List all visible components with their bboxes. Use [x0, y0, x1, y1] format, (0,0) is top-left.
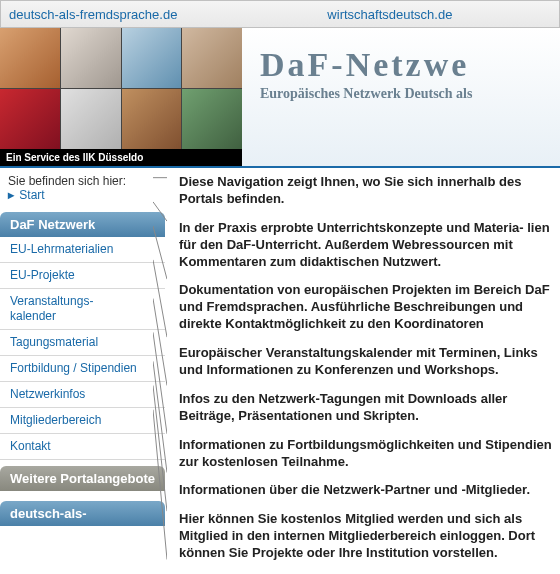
nav-item-projekte[interactable]: EU-Projekte	[0, 263, 165, 289]
nav-header-daf: DaF Netzwerk	[0, 212, 165, 237]
top-link-bar: deutsch-als-fremdsprache.de wirtschaftsd…	[0, 0, 560, 28]
nav-item-tagungsmaterial[interactable]: Tagungsmaterial	[0, 330, 165, 356]
nav-item-kontakt[interactable]: Kontakt	[0, 434, 165, 460]
nav-header-deutsch-als: deutsch-als-	[0, 501, 165, 526]
desc-lehrmaterialien: In der Praxis erprobte Unterrichtskonzep…	[179, 220, 556, 271]
desc-veranstaltungskalender: Europäischer Veranstaltungskalender mit …	[179, 345, 556, 379]
header-brand-block: DaF-Netzwe Europäisches Netzwerk Deutsch…	[242, 28, 560, 166]
header: Ein Service des IIK Düsseldo DaF-Netzwe …	[0, 28, 560, 168]
chevron-right-icon: ▸	[8, 188, 14, 202]
nav-item-netzwerkinfos[interactable]: Netzwerkinfos	[0, 382, 165, 408]
sidebar: Sie befinden sich hier: ▸ Start DaF Netz…	[0, 168, 165, 574]
desc-tagungsmaterial: Infos zu den Netzwerk-Tagungen mit Downl…	[179, 391, 556, 425]
description-panel: Diese Navigation zeigt Ihnen, wo Sie sic…	[165, 168, 560, 574]
top-link-wirtschaft[interactable]: wirtschaftsdeutsch.de	[327, 7, 452, 22]
photo-cell	[182, 28, 242, 88]
desc-netzwerkinfos: Informationen über die Netzwerk-Partner …	[179, 482, 556, 499]
photo-cell	[182, 89, 242, 149]
nav-item-fortbildung[interactable]: Fortbildung / Stipendien	[0, 356, 165, 382]
breadcrumb-start[interactable]: Start	[19, 188, 44, 202]
desc-mitgliederbereich: Hier können Sie kostenlos Mitglied werde…	[179, 511, 556, 562]
photo-cell	[0, 28, 60, 88]
nav-item-lehrmaterialien[interactable]: EU-Lehrmaterialien	[0, 237, 165, 263]
header-photo-block: Ein Service des IIK Düsseldo	[0, 28, 242, 166]
nav-header-weitere: Weitere Portalangebote	[0, 466, 165, 491]
desc-breadcrumb: Diese Navigation zeigt Ihnen, wo Sie sic…	[179, 174, 556, 208]
photo-cell	[61, 28, 121, 88]
photo-cell	[122, 89, 182, 149]
breadcrumb-label: Sie befinden sich hier:	[8, 174, 126, 188]
photo-cell	[0, 89, 60, 149]
photo-collage	[0, 28, 242, 149]
nav-item-mitgliederbereich[interactable]: Mitgliederbereich	[0, 408, 165, 434]
top-link-daf[interactable]: deutsch-als-fremdsprache.de	[9, 7, 177, 22]
photo-cell	[61, 89, 121, 149]
desc-projekte: Dokumentation von europäischen Projekten…	[179, 282, 556, 333]
photo-cell	[122, 28, 182, 88]
content-area: Sie befinden sich hier: ▸ Start DaF Netz…	[0, 168, 560, 574]
brand-title: DaF-Netzwe	[260, 46, 560, 84]
brand-tagline: Europäisches Netzwerk Deutsch als	[260, 86, 560, 102]
breadcrumb: Sie befinden sich hier: ▸ Start	[0, 168, 165, 206]
service-line: Ein Service des IIK Düsseldo	[0, 149, 242, 166]
nav-item-veranstaltungskalender[interactable]: Veranstaltungs- kalender	[0, 289, 165, 330]
desc-fortbildung: Informationen zu Fortbildungsmöglichkeit…	[179, 437, 556, 471]
